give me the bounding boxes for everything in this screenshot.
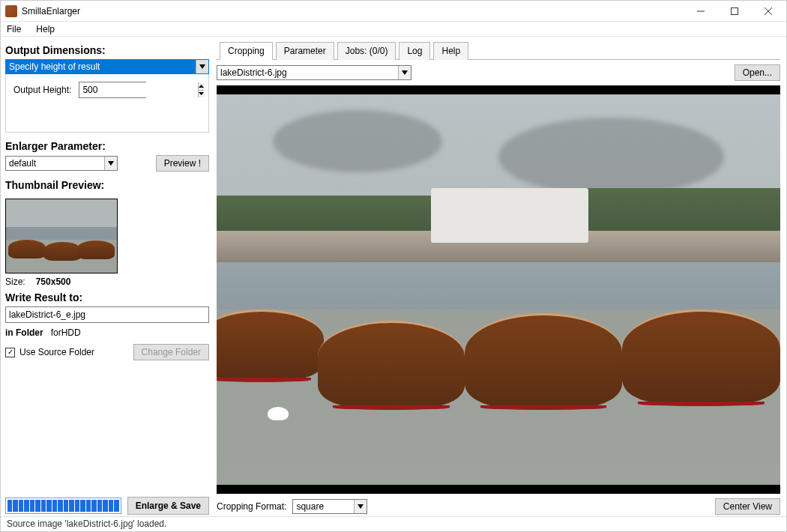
chevron-down-icon (398, 66, 411, 79)
enlarger-parameter-title: Enlarger Parameter: (5, 140, 209, 152)
thumbnail-size-label: Size: (5, 276, 25, 287)
menu-file[interactable]: File (4, 22, 24, 36)
progress-bar (5, 498, 121, 514)
image-viewer[interactable] (217, 85, 780, 494)
change-folder-button[interactable]: Change Folder (133, 344, 209, 360)
parameter-preset-value: default (6, 158, 104, 169)
spin-down-icon[interactable] (199, 91, 204, 98)
output-dimensions-title: Output Dimensions: (5, 44, 209, 56)
thumbnail-size-value: 750x500 (36, 276, 71, 287)
cropping-format-label: Cropping Format: (217, 501, 286, 512)
output-height-panel: Output Height: (5, 74, 209, 133)
content-area: Output Dimensions: Specify height of res… (1, 37, 786, 516)
app-icon (5, 5, 17, 17)
source-file-dropdown[interactable]: lakeDistrict-6.jpg (217, 65, 411, 80)
in-folder-label: in Folder (5, 327, 43, 338)
tab-bar: Cropping Parameter Jobs: (0/0) Log Help (217, 41, 780, 60)
chevron-down-icon (104, 157, 117, 170)
status-text: Source image 'lakeDistrict-6.jpg' loaded… (7, 519, 166, 529)
in-folder-value: forHDD (51, 327, 81, 338)
minimize-button[interactable] (684, 1, 717, 22)
dimension-mode-dropdown[interactable]: Specify height of result (5, 59, 209, 74)
thumbnail-preview (5, 199, 118, 273)
tab-cropping[interactable]: Cropping (220, 42, 273, 60)
write-result-title: Write Result to: (5, 291, 209, 303)
statusbar: Source image 'lakeDistrict-6.jpg' loaded… (1, 516, 786, 531)
window-title: SmillaEnlarger (22, 6, 684, 16)
titlebar: SmillaEnlarger (1, 1, 786, 22)
thumbnail-title: Thumbnail Preview: (5, 179, 209, 191)
tab-help[interactable]: Help (433, 42, 468, 60)
maximize-button[interactable] (717, 1, 751, 22)
tab-jobs[interactable]: Jobs: (0/0) (337, 42, 396, 60)
menu-help[interactable]: Help (33, 22, 58, 36)
tab-parameter[interactable]: Parameter (276, 42, 334, 60)
cropping-format-dropdown[interactable]: square (292, 499, 367, 514)
spin-up-icon[interactable] (199, 82, 204, 91)
enlarge-save-button[interactable]: Enlarge & Save (127, 497, 209, 515)
center-view-button[interactable]: Center View (715, 498, 780, 515)
tab-log[interactable]: Log (399, 42, 430, 60)
left-pane: Output Dimensions: Specify height of res… (1, 41, 209, 516)
dimension-mode-value: Specify height of result (6, 61, 196, 72)
output-height-label: Output Height: (13, 82, 71, 95)
svg-rect-1 (731, 7, 738, 14)
chevron-down-icon (196, 60, 208, 73)
close-button[interactable] (751, 1, 785, 22)
app-window: SmillaEnlarger File Help Output Dimensio… (0, 0, 787, 532)
right-pane: Cropping Parameter Jobs: (0/0) Log Help … (217, 41, 780, 516)
source-file-value: lakeDistrict-6.jpg (217, 67, 398, 78)
use-source-folder-checkbox[interactable]: ✓ (5, 348, 15, 357)
output-filename-input[interactable] (5, 306, 209, 323)
cropping-format-value: square (293, 501, 354, 512)
use-source-folder-label: Use Source Folder (19, 347, 94, 357)
open-button[interactable]: Open... (735, 64, 780, 81)
menubar: File Help (1, 22, 786, 37)
chevron-down-icon (354, 500, 367, 513)
parameter-preset-dropdown[interactable]: default (5, 156, 118, 171)
output-height-input[interactable] (79, 82, 198, 97)
preview-button[interactable]: Preview ! (156, 155, 209, 172)
output-height-spinbox[interactable] (79, 82, 146, 98)
